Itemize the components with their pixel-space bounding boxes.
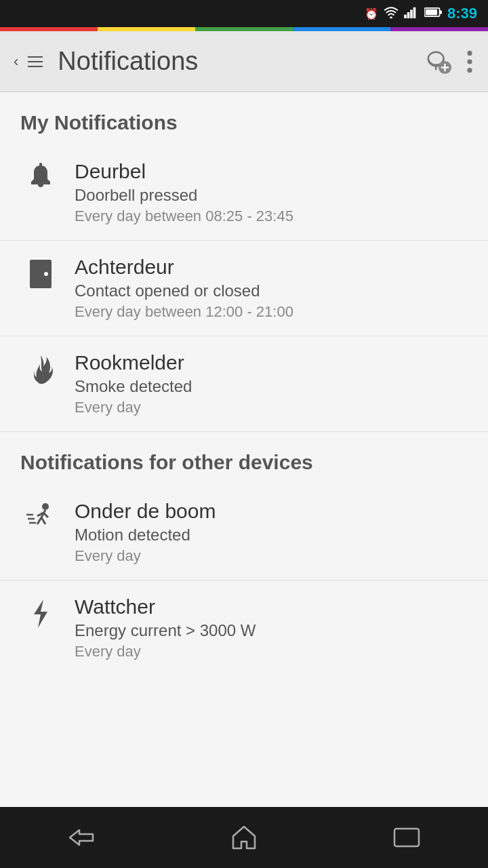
status-bar: ⏰ 8:39: [0, 0, 488, 27]
battery-icon: [424, 7, 442, 20]
svg-point-0: [390, 16, 392, 18]
other-notifications-header: Notifications for other devices: [0, 432, 488, 485]
svg-marker-28: [34, 599, 47, 628]
alarm-icon: ⏰: [365, 7, 378, 20]
svg-point-19: [42, 503, 49, 510]
recent-nav-button[interactable]: [380, 817, 434, 858]
svg-rect-16: [39, 163, 42, 167]
svg-point-13: [467, 50, 472, 55]
achterdeur-content: Achterdeur Contact opened or closed Ever…: [75, 256, 468, 321]
wifi-icon: [384, 6, 399, 21]
wattcher-schedule: Every day: [75, 643, 468, 660]
onderdeboom-content: Onder de boom Motion detected Every day: [75, 500, 468, 565]
notification-item-wattcher[interactable]: Wattcher Energy current > 3000 W Every d…: [0, 580, 488, 675]
svg-line-22: [41, 517, 45, 524]
back-button[interactable]: ‹: [14, 53, 18, 71]
add-notification-button[interactable]: [426, 50, 451, 74]
notification-item-achterdeur[interactable]: Achterdeur Contact opened or closed Ever…: [0, 241, 488, 336]
flame-icon: [20, 354, 61, 385]
onderdeboom-title: Onder de boom: [75, 500, 468, 523]
rookmelder-content: Rookmelder Smoke detected Every day: [75, 351, 468, 416]
more-options-button[interactable]: [465, 50, 474, 74]
wattcher-subtitle: Energy current > 3000 W: [75, 621, 468, 640]
svg-point-14: [467, 59, 472, 64]
home-nav-button[interactable]: [217, 817, 271, 858]
achterdeur-subtitle: Contact opened or closed: [75, 281, 468, 300]
svg-rect-7: [426, 9, 437, 16]
deurbel-schedule: Every day between 08:25 - 23:45: [75, 208, 468, 225]
motion-icon: [20, 502, 61, 534]
svg-rect-6: [439, 10, 441, 14]
svg-line-24: [43, 513, 48, 517]
rookmelder-schedule: Every day: [75, 399, 468, 416]
deurbel-content: Deurbel Doorbell pressed Every day betwe…: [75, 160, 468, 225]
svg-marker-29: [233, 827, 255, 848]
bell-icon: [20, 163, 61, 193]
svg-point-18: [44, 272, 48, 276]
rookmelder-title: Rookmelder: [75, 351, 468, 374]
my-notifications-header: My Notifications: [0, 92, 488, 145]
svg-rect-17: [30, 260, 52, 288]
status-time: 8:39: [447, 5, 477, 22]
wattcher-title: Wattcher: [75, 595, 468, 618]
notification-item-onderdeboom[interactable]: Onder de boom Motion detected Every day: [0, 485, 488, 580]
achterdeur-title: Achterdeur: [75, 256, 468, 279]
bolt-icon: [20, 598, 61, 629]
svg-point-15: [467, 68, 472, 73]
svg-rect-1: [404, 15, 407, 18]
svg-rect-30: [394, 829, 419, 846]
onderdeboom-schedule: Every day: [75, 547, 468, 565]
svg-line-21: [37, 517, 41, 524]
page-title: Notifications: [58, 47, 198, 76]
svg-rect-2: [407, 12, 410, 18]
nav-bar: [0, 807, 488, 868]
notification-item-rookmelder[interactable]: Rookmelder Smoke detected Every day: [0, 336, 488, 432]
wattcher-content: Wattcher Energy current > 3000 W Every d…: [75, 595, 468, 660]
door-icon: [20, 258, 61, 290]
signal-icon: [404, 6, 419, 21]
rookmelder-subtitle: Smoke detected: [75, 377, 468, 396]
svg-rect-4: [413, 7, 416, 18]
app-bar: ‹ Notifications: [0, 31, 488, 92]
deurbel-subtitle: Doorbell pressed: [75, 186, 468, 205]
deurbel-title: Deurbel: [75, 160, 468, 183]
notification-item-deurbel[interactable]: Deurbel Doorbell pressed Every day betwe…: [0, 145, 488, 241]
svg-rect-3: [410, 9, 413, 18]
back-nav-button[interactable]: [54, 817, 108, 858]
achterdeur-schedule: Every day between 12:00 - 21:00: [75, 303, 468, 321]
menu-button[interactable]: [28, 56, 43, 67]
onderdeboom-subtitle: Motion detected: [75, 526, 468, 545]
main-content: My Notifications Deurbel Doorbell presse…: [0, 92, 488, 807]
